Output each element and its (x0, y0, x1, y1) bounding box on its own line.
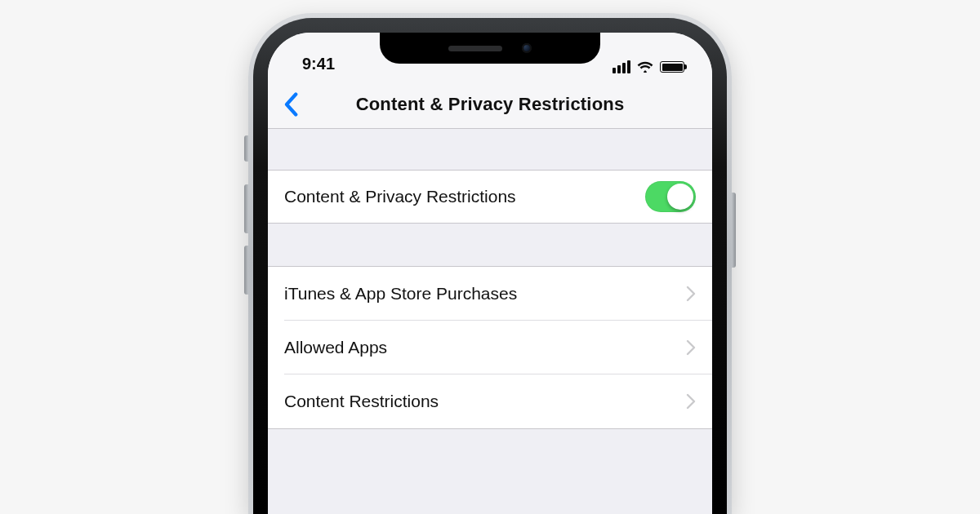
wifi-icon (637, 60, 653, 73)
volume-down-button (244, 246, 248, 295)
notch (380, 33, 600, 64)
content-privacy-toggle-row[interactable]: Content & Privacy Restrictions (268, 170, 712, 224)
content-restrictions-row[interactable]: Content Restrictions (268, 374, 712, 428)
content-privacy-switch[interactable] (645, 181, 696, 212)
battery-icon (660, 61, 684, 73)
nav-bar: Content & Privacy Restrictions (268, 80, 712, 129)
toggle-label: Content & Privacy Restrictions (284, 187, 645, 206)
back-button[interactable] (283, 92, 299, 117)
row-label: iTunes & App Store Purchases (284, 284, 686, 304)
screen: 9:41 Content & P (268, 33, 712, 514)
cellular-signal-icon (612, 60, 630, 73)
mute-switch (244, 135, 248, 162)
side-power-button (732, 193, 736, 268)
volume-up-button (244, 184, 248, 233)
switch-knob (667, 184, 693, 210)
earpiece-speaker (448, 46, 502, 51)
chevron-right-icon (686, 393, 696, 410)
allowed-apps-row[interactable]: Allowed Apps (268, 321, 712, 374)
status-time: 9:41 (302, 55, 335, 73)
row-label: Allowed Apps (284, 338, 686, 357)
iphone-device-frame: 9:41 Content & P (248, 13, 732, 514)
group-gap (268, 224, 712, 266)
row-label: Content Restrictions (284, 392, 686, 411)
chevron-right-icon (686, 339, 696, 356)
chevron-right-icon (686, 286, 696, 302)
front-camera (522, 43, 532, 53)
itunes-appstore-row[interactable]: iTunes & App Store Purchases (268, 267, 712, 321)
group-gap (268, 129, 712, 170)
page-title: Content & Privacy Restrictions (356, 94, 625, 115)
settings-group: iTunes & App Store Purchases Allowed App… (268, 266, 712, 429)
